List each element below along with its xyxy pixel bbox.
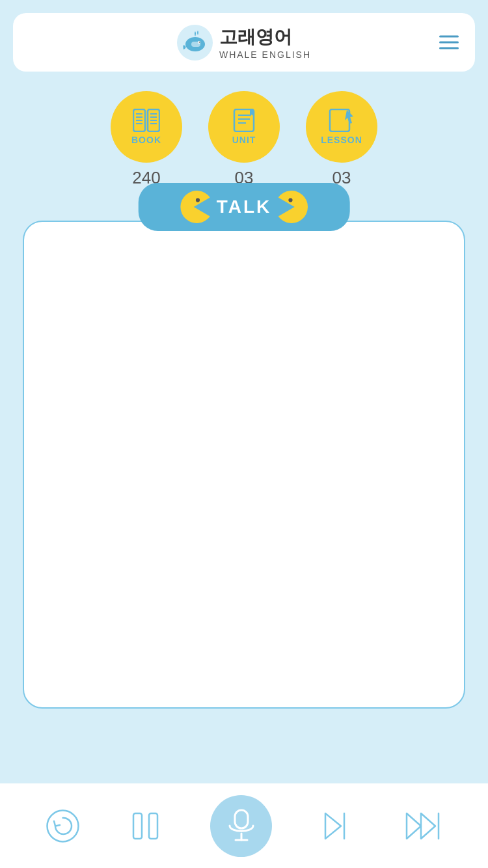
lesson-label: LESSON bbox=[321, 135, 362, 145]
replay-button[interactable] bbox=[45, 808, 81, 844]
talk-banner: TALK bbox=[139, 183, 350, 231]
skip-forward-button[interactable] bbox=[323, 808, 354, 844]
logo-text: 고래영어 WHALE ENGLISH bbox=[219, 25, 311, 60]
pacman-left-icon bbox=[178, 191, 210, 223]
unit-selector: UNIT 03 bbox=[208, 91, 280, 188]
pacman-right-icon bbox=[278, 191, 310, 223]
logo: 고래영어 WHALE ENGLISH bbox=[177, 25, 311, 61]
book-icon bbox=[133, 109, 160, 132]
book-selector: BOOK 240 bbox=[111, 91, 182, 188]
svg-rect-4 bbox=[191, 42, 200, 47]
header: 고래영어 WHALE ENGLISH bbox=[13, 13, 475, 72]
svg-marker-28 bbox=[325, 813, 341, 839]
menu-line-3 bbox=[439, 47, 459, 49]
talk-box bbox=[23, 221, 465, 709]
selector-row: BOOK 240 UNIT 03 LESSON bbox=[111, 91, 377, 188]
bottom-bar bbox=[0, 783, 488, 868]
lesson-button[interactable]: LESSON bbox=[306, 91, 377, 163]
whale-icon bbox=[177, 25, 213, 61]
skip-end-button[interactable] bbox=[404, 808, 443, 844]
unit-button[interactable]: UNIT bbox=[208, 91, 280, 163]
replay-icon bbox=[45, 808, 81, 844]
svg-rect-25 bbox=[235, 810, 248, 828]
menu-line-2 bbox=[439, 42, 459, 44]
talk-banner-text: TALK bbox=[217, 197, 272, 217]
svg-marker-30 bbox=[407, 813, 421, 839]
pause-icon bbox=[131, 808, 160, 844]
svg-rect-23 bbox=[133, 813, 142, 839]
skip-forward-icon bbox=[323, 808, 354, 844]
mic-icon bbox=[226, 809, 256, 843]
svg-marker-31 bbox=[421, 813, 435, 839]
unit-icon bbox=[232, 109, 256, 132]
logo-english: WHALE ENGLISH bbox=[219, 49, 311, 60]
logo-korean: 고래영어 bbox=[219, 25, 292, 49]
mic-button[interactable] bbox=[210, 795, 272, 857]
menu-line-1 bbox=[439, 36, 459, 38]
lesson-selector: LESSON 03 bbox=[306, 91, 377, 188]
lesson-icon bbox=[329, 109, 355, 132]
book-label: BOOK bbox=[131, 135, 161, 145]
talk-container: TALK bbox=[23, 201, 465, 709]
menu-button[interactable] bbox=[439, 36, 459, 49]
skip-end-icon bbox=[404, 808, 443, 844]
unit-label: UNIT bbox=[232, 135, 256, 145]
svg-point-20 bbox=[196, 198, 200, 202]
svg-point-22 bbox=[47, 810, 78, 841]
book-button[interactable]: BOOK bbox=[111, 91, 182, 163]
svg-rect-24 bbox=[149, 813, 157, 839]
pause-button[interactable] bbox=[131, 808, 160, 844]
